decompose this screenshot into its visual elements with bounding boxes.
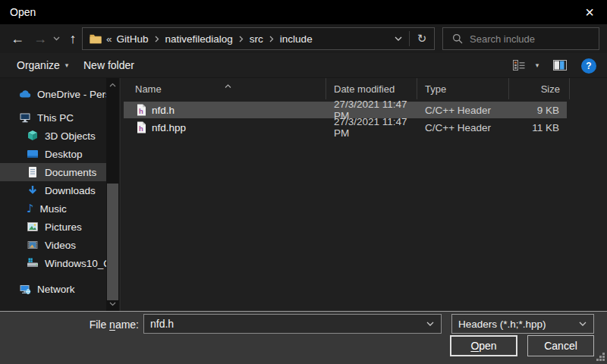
help-button[interactable]: ? — [581, 58, 596, 74]
forward-button[interactable]: → — [29, 27, 52, 51]
column-header-date-modified[interactable]: Date modified — [326, 78, 417, 99]
documents-icon — [27, 166, 39, 178]
address-bar[interactable]: « GitHub nativefiledialog src include ↻ — [82, 27, 435, 50]
search-input[interactable] — [470, 33, 583, 45]
desktop-icon — [27, 148, 39, 160]
file-list: Name Date modified Type Size h nfd.h 27/… — [121, 78, 607, 311]
chevron-right-icon — [155, 36, 159, 42]
window-title: Open — [10, 6, 36, 18]
address-dropdown-button[interactable] — [388, 28, 409, 49]
onedrive-cloud-icon — [19, 88, 31, 100]
downloads-icon — [27, 184, 39, 196]
file-date-modified: 27/3/2021 11:47 PM — [326, 119, 417, 136]
title-bar: Open × — [0, 0, 607, 24]
sidebar-item-label: Windows10_OS ( — [45, 258, 106, 269]
breadcrumb-overflow[interactable]: « — [106, 33, 112, 45]
sidebar-item-videos[interactable]: Videos — [0, 236, 106, 254]
column-header-name[interactable]: Name — [121, 78, 326, 99]
details-view-icon — [513, 60, 525, 71]
sidebar-divider — [120, 78, 121, 311]
sidebar-item-3d-objects[interactable]: 3D Objects — [0, 127, 106, 145]
scrollbar-thumb[interactable] — [107, 184, 118, 300]
recent-locations-button[interactable] — [50, 27, 62, 51]
sidebar-item-windows10-os-drive[interactable]: Windows10_OS ( — [0, 254, 106, 272]
column-header-spacer — [570, 78, 607, 99]
search-icon — [452, 33, 463, 44]
breadcrumb-item-github[interactable]: GitHub — [115, 33, 150, 45]
file-name-combo — [143, 314, 442, 334]
open-dialog-window: Open × ← → ↑ « GitHub nativefiledialog s… — [0, 0, 607, 364]
sidebar-item-label: This PC — [37, 112, 74, 124]
folder-icon — [90, 34, 102, 44]
music-note-icon: ♪ — [27, 202, 34, 215]
sidebar-item-network[interactable]: Network — [0, 280, 106, 298]
sidebar-item-downloads[interactable]: Downloads — [0, 181, 106, 199]
file-row-nfd-hpp[interactable]: h nfd.hpp 27/3/2021 11:47 PM C/C++ Heade… — [124, 119, 567, 136]
sidebar-item-label: Downloads — [45, 185, 96, 196]
column-header-size[interactable]: Size — [509, 78, 570, 99]
sidebar-item-label: Music — [40, 203, 67, 215]
preview-pane-icon — [553, 60, 567, 71]
change-view-button[interactable] — [513, 53, 525, 77]
chevron-down-icon[interactable] — [426, 322, 441, 326]
column-label: Size — [541, 83, 560, 95]
sidebar-item-music[interactable]: ♪ Music — [0, 199, 106, 218]
breadcrumb-item-nativefiledialog[interactable]: nativefiledialog — [164, 33, 234, 45]
back-button[interactable]: ← — [6, 27, 29, 51]
file-type-value: Headers (*.h;*.hpp) — [458, 318, 546, 330]
sidebar-item-this-pc[interactable]: This PC — [0, 108, 106, 127]
open-button[interactable]: Open — [450, 335, 517, 356]
refresh-icon: ↻ — [417, 32, 427, 46]
3d-objects-icon — [27, 130, 39, 142]
sort-ascending-icon — [225, 79, 231, 90]
svg-text:h: h — [139, 107, 143, 115]
chevron-down-icon: ▾ — [65, 61, 69, 69]
search-box[interactable] — [442, 27, 599, 50]
file-type-select[interactable]: Headers (*.h;*.hpp) — [451, 314, 594, 334]
sidebar-item-label: Videos — [45, 240, 76, 251]
chevron-down-icon — [579, 322, 593, 326]
sidebar-item-pictures[interactable]: Pictures — [0, 218, 106, 236]
change-view-dropdown[interactable]: ▾ — [530, 53, 545, 77]
chevron-down-icon — [53, 36, 60, 41]
navigation-row: ← → ↑ « GitHub nativefiledialog src incl… — [0, 24, 607, 53]
close-button[interactable]: × — [572, 0, 607, 24]
column-label: Name — [135, 83, 162, 95]
file-name: nfd.h — [152, 105, 175, 116]
column-label: Type — [425, 83, 446, 95]
up-button[interactable]: ↑ — [62, 27, 83, 51]
sidebar-item-documents[interactable]: Documents — [0, 163, 106, 181]
os-drive-icon — [27, 257, 39, 269]
breadcrumb-item-include[interactable]: include — [278, 33, 314, 45]
scroll-up-button[interactable] — [106, 80, 119, 90]
back-icon: ← — [11, 31, 24, 47]
new-folder-label: New folder — [83, 59, 134, 71]
navigation-sidebar: OneDrive - Persor This PC 3D Objects Des… — [0, 78, 106, 311]
pictures-icon — [27, 221, 39, 233]
refresh-button[interactable]: ↻ — [410, 28, 434, 49]
sidebar-item-desktop[interactable]: Desktop — [0, 145, 106, 163]
organize-label: Organize — [17, 59, 60, 71]
file-name: nfd.hpp — [152, 122, 186, 133]
file-type: C/C++ Header — [417, 119, 509, 136]
column-label: Date modified — [334, 83, 395, 95]
sidebar-item-onedrive[interactable]: OneDrive - Persor — [0, 85, 106, 103]
chevron-down-icon: ▾ — [536, 61, 539, 69]
file-type: C/C++ Header — [417, 102, 509, 118]
breadcrumb-item-src[interactable]: src — [248, 33, 265, 45]
up-icon: ↑ — [70, 31, 77, 47]
sidebar-scrollbar[interactable] — [106, 78, 119, 311]
column-header-type[interactable]: Type — [417, 78, 509, 99]
resize-grip-icon[interactable] — [596, 353, 605, 362]
preview-pane-button[interactable] — [553, 53, 567, 77]
scroll-down-button[interactable] — [106, 299, 119, 309]
cancel-button[interactable]: Cancel — [527, 335, 594, 356]
sidebar-item-label: 3D Objects — [45, 130, 96, 142]
sidebar-item-label: Network — [37, 284, 75, 295]
file-name-input[interactable] — [144, 318, 426, 330]
header-file-icon: h — [137, 104, 146, 116]
organize-button[interactable]: Organize ▾ — [17, 53, 68, 77]
chevron-right-icon — [239, 36, 244, 42]
sidebar-item-label: OneDrive - Persor — [37, 89, 106, 100]
new-folder-button[interactable]: New folder — [83, 53, 134, 77]
